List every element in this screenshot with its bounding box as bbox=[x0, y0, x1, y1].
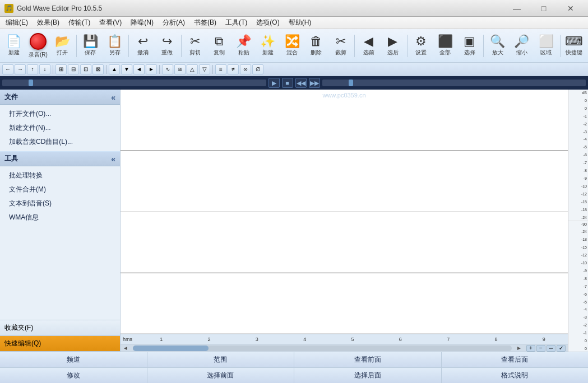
undo-button[interactable]: ↩ 撤消 bbox=[131, 31, 154, 61]
toolbar-separator-3 bbox=[181, 35, 182, 57]
collapse-file-icon[interactable]: « bbox=[111, 93, 115, 102]
transport-slider-right[interactable] bbox=[322, 80, 586, 86]
menu-item-4[interactable]: 降噪(N) bbox=[126, 17, 158, 29]
transport-slider-left[interactable] bbox=[2, 80, 266, 86]
tb2-btn-17[interactable]: ≡ bbox=[215, 64, 226, 74]
tb2-btn-7[interactable]: ⊡ bbox=[80, 64, 91, 74]
status-select-back[interactable]: 选择后面 bbox=[294, 368, 442, 383]
stop-button[interactable]: ■ bbox=[282, 78, 293, 88]
record-button[interactable]: 录音(R) bbox=[26, 31, 49, 61]
sidebar-batch-convert[interactable]: 批处理转换 bbox=[0, 169, 120, 183]
sidebar-file-merge[interactable]: 文件合并(M) bbox=[0, 183, 120, 197]
region-button[interactable]: ⬜ 区域 bbox=[535, 31, 558, 61]
new2-button[interactable]: ✨ 新建 bbox=[256, 31, 279, 61]
prev-select-button[interactable]: ◀ 选前 bbox=[357, 31, 380, 61]
scroll-track[interactable] bbox=[133, 345, 512, 351]
sidebar-load-cd[interactable]: 加载音频CD曲目(L)... bbox=[0, 135, 120, 149]
redo-button[interactable]: ↪ 重做 bbox=[155, 31, 178, 61]
menu-item-1[interactable]: 效果(B) bbox=[33, 17, 64, 29]
crop-button[interactable]: ✂ 裁剪 bbox=[329, 31, 352, 61]
sidebar-open-file[interactable]: 打开文件(O)... bbox=[0, 107, 120, 121]
zoom-fit-button[interactable]: ↔ bbox=[547, 345, 555, 352]
status-tab-channel[interactable]: 频道 bbox=[0, 352, 147, 367]
tb2-btn-1[interactable]: ← bbox=[2, 64, 13, 74]
toolbar2: ← → ↑ ↓ ⊞ ⊟ ⊡ ⊠ ▲ ▼ ◄ ► ∿ ≋ △ ▽ ≡ ≠ ∞ ∅ bbox=[0, 63, 588, 76]
quick-edit-tab[interactable]: 快速编辑(Q) bbox=[0, 336, 120, 352]
tb2-btn-14[interactable]: ≋ bbox=[174, 64, 186, 74]
tb2-btn-5[interactable]: ⊞ bbox=[55, 64, 67, 74]
zoom-in-button[interactable]: 🔍 放大 bbox=[486, 31, 509, 61]
next-select-button[interactable]: ▶ 选后 bbox=[381, 31, 404, 61]
status-modify[interactable]: 修改 bbox=[0, 368, 147, 383]
scroll-left-arrow[interactable]: ◄ bbox=[121, 345, 131, 351]
sidebar-new-file[interactable]: 新建文件(N)... bbox=[0, 121, 120, 135]
menu-item-6[interactable]: 书签(B) bbox=[189, 17, 221, 29]
play-button[interactable]: ▶ bbox=[268, 78, 280, 88]
save-button[interactable]: 💾 保存 bbox=[79, 31, 102, 61]
mix-button[interactable]: 🔀 混合 bbox=[280, 31, 303, 61]
forward-button[interactable]: ▶▶ bbox=[309, 78, 320, 88]
delete-button[interactable]: 🗑 删除 bbox=[305, 31, 328, 61]
menu-item-0[interactable]: 编辑(E) bbox=[1, 17, 33, 29]
status-select-front[interactable]: 选择前面 bbox=[147, 368, 295, 383]
shortcut-icon: ⌨ bbox=[565, 35, 583, 48]
title-bar: 🎵 Gold Wave Editor Pro 10.5.5 — □ ✕ bbox=[0, 0, 588, 17]
menu-item-5[interactable]: 分析(A) bbox=[158, 17, 189, 29]
status-format[interactable]: 格式说明 bbox=[442, 368, 589, 383]
menu-item-8[interactable]: 选项(O) bbox=[252, 17, 284, 29]
zoom-plus-button[interactable]: + bbox=[526, 345, 535, 352]
waveform-channel-2[interactable] bbox=[121, 212, 568, 334]
scroll-right-arrow[interactable]: ► bbox=[514, 345, 524, 351]
minimize-button[interactable]: — bbox=[504, 0, 530, 17]
tb2-btn-13[interactable]: ∿ bbox=[162, 64, 173, 74]
menu-item-7[interactable]: 工具(T) bbox=[221, 17, 252, 29]
cut-button[interactable]: ✂ 剪切 bbox=[183, 31, 206, 61]
saveas-button[interactable]: 📋 另存 bbox=[103, 31, 126, 61]
new-button[interactable]: 📄 新建 bbox=[2, 31, 25, 61]
tb2-btn-15[interactable]: △ bbox=[187, 64, 198, 74]
maximize-button[interactable]: □ bbox=[531, 0, 557, 17]
scrollbar-area: ◄ ► + − ↔ ✓ bbox=[121, 344, 568, 352]
tb2-btn-11[interactable]: ◄ bbox=[133, 64, 145, 74]
toolbar: 📄 新建 录音(R) 📂 打开 💾 保存 📋 另存 ↩ 撤消 ↪ 重做 ✂ 剪切… bbox=[0, 29, 588, 63]
tb2-btn-20[interactable]: ∅ bbox=[252, 64, 263, 74]
paste-button[interactable]: 📌 粘贴 bbox=[232, 31, 255, 61]
tb2-btn-16[interactable]: ▽ bbox=[199, 64, 210, 74]
status-tab-view-front[interactable]: 查看前面 bbox=[294, 352, 442, 367]
zoom-minus-button[interactable]: − bbox=[536, 345, 545, 352]
tb2-btn-10[interactable]: ▼ bbox=[121, 64, 132, 74]
time-mark-9: 9 bbox=[543, 337, 545, 342]
sidebar-file-header[interactable]: 文件 « bbox=[0, 90, 120, 105]
tb2-btn-9[interactable]: ▲ bbox=[109, 64, 120, 74]
zoom-check-button[interactable]: ✓ bbox=[557, 345, 566, 352]
menu-item-9[interactable]: 帮助(H) bbox=[284, 17, 316, 29]
rewind-button[interactable]: ◀◀ bbox=[295, 78, 307, 88]
tb2-btn-8[interactable]: ⊠ bbox=[92, 64, 104, 74]
close-button[interactable]: ✕ bbox=[558, 0, 584, 17]
open-button[interactable]: 📂 打开 bbox=[51, 31, 74, 61]
menu-item-3[interactable]: 查看(V) bbox=[95, 17, 126, 29]
shortcut-button[interactable]: ⌨ 快捷键 bbox=[563, 31, 586, 61]
copy-button[interactable]: ⧉ 复制 bbox=[208, 31, 231, 61]
tb2-btn-2[interactable]: → bbox=[15, 64, 26, 74]
sidebar-text-to-speech[interactable]: 文本到语音(S) bbox=[0, 197, 120, 211]
waveform-channel-1[interactable]: www.pc0359.cn bbox=[121, 90, 568, 212]
select-button[interactable]: ▣ 选择 bbox=[458, 31, 481, 61]
settings-button[interactable]: ⚙ 设置 bbox=[409, 31, 432, 61]
sidebar-tools-header[interactable]: 工具 « bbox=[0, 151, 120, 166]
menu-item-2[interactable]: 传输(T) bbox=[64, 17, 95, 29]
tb2-btn-6[interactable]: ⊟ bbox=[68, 64, 79, 74]
status-tab-view-back[interactable]: 查看后面 bbox=[442, 352, 589, 367]
all-button[interactable]: ⬛ 全部 bbox=[434, 31, 457, 61]
tb2-btn-4[interactable]: ↓ bbox=[39, 64, 50, 74]
zoom-out-button[interactable]: 🔎 缩小 bbox=[510, 31, 533, 61]
collapse-tools-icon[interactable]: « bbox=[111, 155, 115, 164]
tb2-btn-19[interactable]: ∞ bbox=[240, 64, 251, 74]
tb2-btn-12[interactable]: ► bbox=[146, 64, 157, 74]
status-tab-range[interactable]: 范围 bbox=[147, 352, 295, 367]
tb2-btn-3[interactable]: ↑ bbox=[27, 64, 38, 74]
sidebar-wma-info[interactable]: WMA信息 bbox=[0, 211, 120, 225]
tb2-btn-18[interactable]: ≠ bbox=[228, 64, 239, 74]
favorites-tab[interactable]: 收藏夹(F) bbox=[0, 320, 120, 336]
slider-thumb-right bbox=[349, 80, 353, 86]
